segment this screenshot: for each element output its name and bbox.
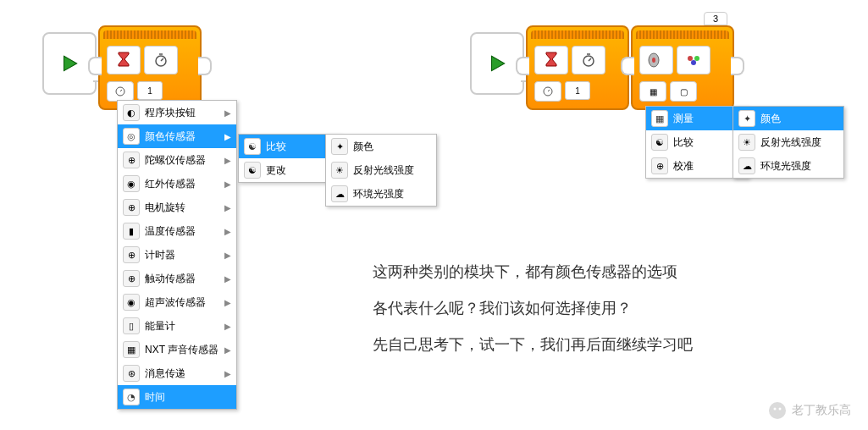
menu-item-label: 电机旋转 xyxy=(145,201,185,215)
menu-item-icon: ⊕ xyxy=(651,157,668,174)
menu-item-label: NXT 声音传感器 xyxy=(145,343,218,357)
menu-item-label: 环境光强度 xyxy=(760,159,811,174)
port-tab[interactable]: 3 xyxy=(704,12,727,25)
menu-item-icon: ☯ xyxy=(244,162,261,179)
svg-point-5 xyxy=(652,58,655,63)
description-text: 这两种类别的模块下，都有颜色传感器的选项 各代表什么呢？我们该如何选择使用？ 先… xyxy=(373,254,847,364)
menu-item-4[interactable]: ⊕电机旋转▶ xyxy=(118,196,236,219)
chevron-right-icon: ▶ xyxy=(224,274,231,284)
menu-item-icon: ◎ xyxy=(123,128,140,145)
menu-item-3[interactable]: ◉红外传感器▶ xyxy=(118,172,236,196)
menu-item-1[interactable]: ◎颜色传感器▶ xyxy=(118,124,236,148)
menu-item-1[interactable]: ☀反射光线强度 xyxy=(326,158,436,182)
menu-item-2[interactable]: ☁环境光强度 xyxy=(326,182,436,206)
menu-item-label: 校准 xyxy=(673,159,694,174)
menu-item-icon: ✦ xyxy=(331,138,348,155)
timer-icon xyxy=(572,46,605,74)
play-icon xyxy=(58,52,80,74)
svg-point-8 xyxy=(691,60,696,65)
menu-item-7[interactable]: ⊕触动传感器▶ xyxy=(118,267,236,290)
menu-item-icon: ⊕ xyxy=(123,152,140,168)
menu-item-0[interactable]: ✦颜色 xyxy=(733,107,843,130)
mode-dropdown[interactable] xyxy=(534,81,561,102)
color-options-menu[interactable]: ✦颜色☀反射光线强度☁环境光强度 xyxy=(325,134,437,207)
color-sensor-icon xyxy=(639,46,673,74)
menu-item-icon: ◔ xyxy=(123,389,140,405)
menu-item-icon: ▯ xyxy=(123,317,140,334)
menu-item-8[interactable]: ◉超声波传感器▶ xyxy=(118,290,236,314)
menu-item-icon: ⊛ xyxy=(123,365,140,382)
menu-item-1[interactable]: ☀反射光线强度 xyxy=(733,130,843,154)
chevron-right-icon: ▶ xyxy=(224,156,231,165)
chevron-right-icon: ▶ xyxy=(224,251,231,260)
menu-item-icon: ☀ xyxy=(331,162,348,179)
chevron-right-icon: ▶ xyxy=(224,227,231,236)
svg-point-7 xyxy=(694,56,699,61)
menu-item-icon: ⊕ xyxy=(123,246,140,263)
menu-item-label: 消息传递 xyxy=(145,367,185,381)
svg-point-9 xyxy=(769,402,786,419)
menu-item-icon: ☯ xyxy=(244,138,261,155)
output-plug: ▢ xyxy=(670,81,697,102)
wait-block[interactable]: 1 xyxy=(98,25,202,110)
color-mode-menu[interactable]: ✦颜色☀反射光线强度☁环境光强度 xyxy=(733,106,844,179)
sensor-menu[interactable]: ◐程序块按钮▶◎颜色传感器▶⊕陀螺仪传感器▶◉红外传感器▶⊕电机旋转▶▮温度传感… xyxy=(117,100,237,410)
menu-item-label: 时间 xyxy=(145,390,165,405)
chevron-right-icon: ▶ xyxy=(224,203,231,212)
menu-item-label: 颜色 xyxy=(760,112,781,126)
hourglass-icon xyxy=(534,46,568,74)
chevron-right-icon: ▶ xyxy=(224,369,231,378)
menu-item-icon: ☁ xyxy=(738,157,755,174)
menu-item-label: 反射光线强度 xyxy=(760,135,821,150)
menu-item-icon: ▦ xyxy=(123,341,140,358)
menu-item-label: 程序块按钮 xyxy=(145,106,196,120)
mode-dropdown[interactable] xyxy=(107,81,134,102)
chevron-right-icon: ▶ xyxy=(224,322,231,331)
menu-item-12[interactable]: ◔时间 xyxy=(118,385,236,409)
color-sensor-block[interactable]: 3 ▦ ▢ xyxy=(631,25,734,110)
menu-item-icon: ◉ xyxy=(123,175,140,192)
chevron-right-icon: ▶ xyxy=(224,179,231,189)
svg-point-6 xyxy=(688,56,693,61)
menu-item-icon: ◉ xyxy=(123,294,140,311)
menu-item-icon: ▮ xyxy=(123,223,140,240)
menu-item-icon: ⊕ xyxy=(123,270,140,287)
menu-item-label: 触动传感器 xyxy=(145,272,196,286)
menu-item-2[interactable]: ⊕陀螺仪传感器▶ xyxy=(118,148,236,172)
menu-item-icon: ☯ xyxy=(651,134,668,151)
menu-item-11[interactable]: ⊛消息传递▶ xyxy=(118,361,236,385)
port-label: 1 xyxy=(137,81,163,100)
menu-item-label: 环境光强度 xyxy=(353,187,404,201)
menu-item-label: 超声波传感器 xyxy=(145,295,206,310)
menu-item-label: 颜色 xyxy=(353,140,373,154)
chevron-right-icon: ▶ xyxy=(224,132,231,141)
chevron-right-icon: ▶ xyxy=(224,108,231,118)
menu-item-icon: ☀ xyxy=(738,134,755,151)
chevron-right-icon: ▶ xyxy=(224,345,231,355)
menu-item-0[interactable]: ◐程序块按钮▶ xyxy=(118,101,236,124)
menu-item-label: 计时器 xyxy=(145,248,175,262)
menu-item-9[interactable]: ▯能量计▶ xyxy=(118,314,236,338)
menu-item-2[interactable]: ☁环境光强度 xyxy=(733,154,843,178)
menu-item-label: 颜色传感器 xyxy=(145,130,196,144)
menu-item-label: 陀螺仪传感器 xyxy=(145,153,206,168)
hourglass-icon xyxy=(107,46,141,74)
menu-item-6[interactable]: ⊕计时器▶ xyxy=(118,243,236,267)
wait-block-right[interactable]: 1 xyxy=(526,25,629,110)
menu-item-0[interactable]: ✦颜色 xyxy=(326,135,436,158)
menu-item-icon: ▦ xyxy=(651,110,668,127)
menu-item-label: 比较 xyxy=(673,135,694,150)
play-icon xyxy=(486,52,508,74)
menu-item-icon: ◐ xyxy=(123,104,140,121)
menu-item-icon: ✦ xyxy=(738,110,755,127)
svg-point-11 xyxy=(779,408,782,411)
menu-item-label: 能量计 xyxy=(145,319,175,334)
watermark: 老丁教乐高 xyxy=(768,401,851,420)
menu-item-10[interactable]: ▦NXT 声音传感器▶ xyxy=(118,338,236,361)
menu-item-5[interactable]: ▮温度传感器▶ xyxy=(118,219,236,243)
wechat-icon xyxy=(768,401,787,420)
menu-item-label: 测量 xyxy=(673,112,694,126)
port-label-1: 1 xyxy=(565,81,590,100)
menu-item-icon: ⊕ xyxy=(123,199,140,216)
measure-dropdown[interactable]: ▦ xyxy=(639,81,666,102)
